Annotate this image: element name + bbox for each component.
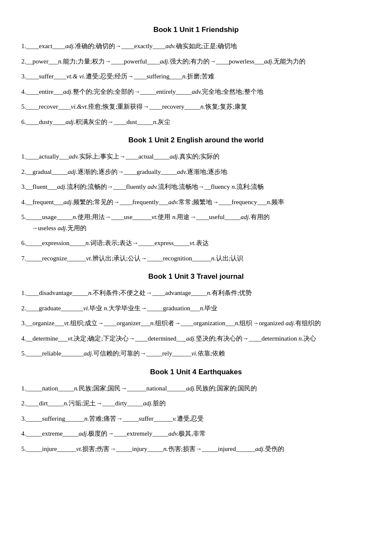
entry: 4.____entire___adj.整个的;完全的;全部的→_____enti… (21, 87, 371, 98)
entry: 3.__organize___vt.组织;成立→____organizer___… (21, 318, 371, 329)
entry: 1.____disadvantage_____n.不利条件;不便之处→____a… (21, 288, 371, 299)
entry: 6._____expression_____n.词语;表示;表达→_____ex… (21, 238, 371, 249)
entry: 1.____exact____adj.准确的;确切的→____exactly__… (21, 41, 371, 52)
page-content: Book 1 Unit 1 Friendship1.____exact____a… (21, 26, 371, 454)
entry: 5._____usage_____n.使用;用法→____use______vt… (21, 212, 371, 234)
entry: 3.____suffer____vt.& vi.遭受;忍受;经历→____suf… (21, 71, 371, 82)
entry: 3._____suffering______n.苦难;痛苦→_____suffe… (21, 413, 371, 425)
entry: 4.__determine___vt.决定;确定;下定决心→____determ… (21, 333, 371, 344)
entry: 2.__gradual_____adj.逐渐的;逐步的→____graduall… (21, 167, 371, 178)
entry: 5._____injure______vt.损害;伤害→_____injury_… (21, 444, 371, 455)
entry: 4._____extreme_____adj.极度的→____extremely… (21, 428, 371, 439)
entry: 1.____actually___adv.实际上;事实上→____actual_… (21, 151, 371, 162)
entry: 1._____nation_____n.民族;国家;国民→______natio… (21, 383, 371, 394)
entry: 6.____dusty____adj.积满灰尘的→____dust_____n.… (21, 117, 371, 128)
section-title-1: Book 1 Unit 1 Friendship (21, 26, 371, 34)
entry: 4.__frequent___adj.频繁的;常见的→____frequentl… (21, 197, 371, 208)
entry: 3.__fluent___adj.流利的;流畅的→____fluently ad… (21, 182, 371, 193)
section-title-2: Book 1 Unit 2 English around the world (21, 136, 371, 145)
entry: 2.__power___n.能力;力量;权力→____powerful____a… (21, 56, 371, 67)
section-title-4: Book 1 Unit 4 Earthquakes (21, 368, 371, 376)
entry: 7._____recognize______vt.辨认出;承认;公认→_____… (21, 253, 371, 264)
entry: 2.____dirt_____n.污垢;泥土→____dirty_____adj… (21, 398, 371, 409)
entry: 2.____graduate_______vi.毕业 n.大学毕业生→_____… (21, 303, 371, 314)
section-title-3: Book 1 Unit 3 Travel journal (21, 272, 371, 281)
entry: 5._____reliable_______adj.可信赖的;可靠的→_____… (21, 348, 371, 359)
entry: 5.____recover____vi.&vt.痊愈;恢复;重新获得→____r… (21, 101, 371, 113)
